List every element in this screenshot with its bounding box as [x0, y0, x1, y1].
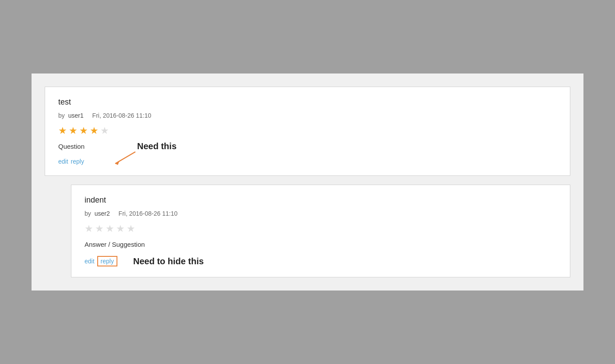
date-1: Fri, 2016-08-26 11:10: [92, 112, 152, 119]
star-2-3: ★: [106, 223, 114, 234]
star-1-4: ★: [90, 125, 99, 136]
star-2-5: ★: [127, 223, 135, 234]
post-title-2: indent: [85, 196, 557, 205]
post-meta-1: by user1 Fri, 2016-08-26 11:10: [58, 112, 557, 119]
star-1-1: ★: [58, 125, 67, 136]
post-type-2: Answer / Suggestion: [85, 241, 557, 248]
edit-link-1[interactable]: edit: [58, 158, 68, 165]
star-2-1: ★: [85, 223, 93, 234]
star-2-2: ★: [95, 223, 104, 234]
annotation-area-1: edit reply Need this: [58, 158, 557, 165]
star-1-2: ★: [69, 125, 78, 136]
annotation-arrow-1: Need this: [111, 140, 225, 170]
by-label-2: by: [85, 210, 91, 217]
post-meta-2: by user2 Fri, 2016-08-26 11:10: [85, 210, 557, 217]
reply-link-2[interactable]: reply: [97, 256, 117, 266]
post-card-2: indent by user2 Fri, 2016-08-26 11:10 ★ …: [71, 185, 570, 277]
post-actions-2: edit reply Need to hide this: [85, 256, 557, 266]
star-1-5: ★: [100, 125, 109, 136]
reply-link-1[interactable]: reply: [71, 158, 84, 165]
edit-link-2[interactable]: edit: [85, 258, 95, 265]
by-label-1: by: [58, 112, 65, 119]
username-2: user2: [95, 210, 110, 217]
svg-text:Need this: Need this: [137, 141, 177, 151]
star-2-4: ★: [116, 223, 125, 234]
star-1-3: ★: [79, 125, 88, 136]
annotation-label-2: Need to hide this: [133, 256, 204, 266]
stars-1: ★ ★ ★ ★ ★: [58, 125, 557, 136]
post-actions-1: edit reply: [58, 158, 84, 165]
username-1: user1: [68, 112, 84, 119]
post-card-1: test by user1 Fri, 2016-08-26 11:10 ★ ★ …: [45, 87, 570, 176]
main-container: test by user1 Fri, 2016-08-26 11:10 ★ ★ …: [32, 74, 583, 290]
date-2: Fri, 2016-08-26 11:10: [119, 210, 178, 217]
stars-2: ★ ★ ★ ★ ★: [85, 223, 557, 234]
post-title-1: test: [58, 98, 557, 107]
